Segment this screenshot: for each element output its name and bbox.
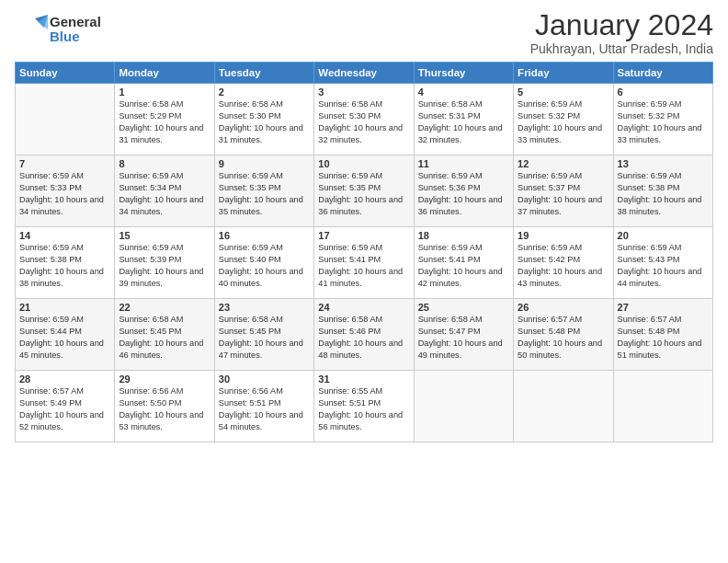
day-info: Sunrise: 6:59 AMSunset: 5:41 PMDaylight:… [318, 243, 403, 288]
col-header-monday: Monday [115, 63, 214, 84]
header-row: SundayMondayTuesdayWednesdayThursdayFrid… [16, 63, 713, 84]
day-number: 25 [418, 302, 509, 313]
day-cell [613, 371, 712, 442]
day-info: Sunrise: 6:58 AMSunset: 5:45 PMDaylight:… [119, 315, 203, 360]
day-info: Sunrise: 6:59 AMSunset: 5:32 PMDaylight:… [618, 99, 702, 144]
day-number: 27 [618, 302, 709, 313]
day-cell: 19 Sunrise: 6:59 AMSunset: 5:42 PMDaylig… [514, 227, 613, 299]
week-row-4: 21 Sunrise: 6:59 AMSunset: 5:44 PMDaylig… [16, 299, 713, 371]
day-number: 17 [318, 230, 409, 241]
day-cell: 29 Sunrise: 6:56 AMSunset: 5:50 PMDaylig… [115, 371, 214, 442]
day-cell: 12 Sunrise: 6:59 AMSunset: 5:37 PMDaylig… [514, 155, 613, 227]
day-number: 19 [518, 230, 609, 241]
day-cell: 30 Sunrise: 6:56 AMSunset: 5:51 PMDaylig… [214, 371, 313, 442]
day-info: Sunrise: 6:58 AMSunset: 5:45 PMDaylight:… [219, 315, 303, 360]
day-number: 2 [219, 86, 310, 98]
day-cell: 17 Sunrise: 6:59 AMSunset: 5:41 PMDaylig… [314, 227, 414, 299]
day-info: Sunrise: 6:55 AMSunset: 5:51 PMDaylight:… [318, 386, 403, 431]
day-info: Sunrise: 6:58 AMSunset: 5:47 PMDaylight:… [418, 315, 503, 360]
day-cell: 9 Sunrise: 6:59 AMSunset: 5:35 PMDayligh… [214, 155, 313, 227]
day-info: Sunrise: 6:58 AMSunset: 5:30 PMDaylight:… [219, 99, 303, 144]
day-number: 15 [119, 230, 210, 241]
day-info: Sunrise: 6:59 AMSunset: 5:39 PMDaylight:… [119, 243, 203, 288]
day-cell: 23 Sunrise: 6:58 AMSunset: 5:45 PMDaylig… [214, 299, 313, 371]
day-number: 22 [119, 302, 210, 313]
day-info: Sunrise: 6:59 AMSunset: 5:35 PMDaylight:… [219, 171, 303, 216]
day-number: 8 [119, 158, 210, 169]
logo-blue: Blue [50, 29, 101, 45]
day-number: 4 [418, 86, 509, 98]
day-cell: 16 Sunrise: 6:59 AMSunset: 5:40 PMDaylig… [214, 227, 313, 299]
day-cell: 22 Sunrise: 6:58 AMSunset: 5:45 PMDaylig… [115, 299, 214, 371]
title-block: January 2024 Pukhrayan, Uttar Pradesh, I… [530, 9, 713, 56]
day-cell: 2 Sunrise: 6:58 AMSunset: 5:30 PMDayligh… [214, 84, 313, 155]
day-number: 9 [219, 158, 310, 169]
location: Pukhrayan, Uttar Pradesh, India [530, 41, 713, 56]
col-header-sunday: Sunday [16, 63, 115, 84]
day-cell: 18 Sunrise: 6:59 AMSunset: 5:41 PMDaylig… [414, 227, 513, 299]
calendar-table: SundayMondayTuesdayWednesdayThursdayFrid… [15, 62, 713, 442]
day-number: 14 [19, 230, 110, 241]
day-number: 21 [19, 302, 110, 313]
day-number: 29 [119, 373, 210, 385]
day-cell: 31 Sunrise: 6:55 AMSunset: 5:51 PMDaylig… [314, 371, 414, 442]
day-cell: 13 Sunrise: 6:59 AMSunset: 5:38 PMDaylig… [613, 155, 712, 227]
day-number: 18 [418, 230, 509, 241]
day-number: 10 [318, 158, 409, 169]
day-cell: 8 Sunrise: 6:59 AMSunset: 5:34 PMDayligh… [115, 155, 214, 227]
day-info: Sunrise: 6:59 AMSunset: 5:44 PMDaylight:… [19, 315, 104, 360]
day-info: Sunrise: 6:58 AMSunset: 5:29 PMDaylight:… [119, 99, 203, 144]
day-number: 5 [518, 86, 609, 98]
week-row-5: 28 Sunrise: 6:57 AMSunset: 5:49 PMDaylig… [16, 371, 713, 442]
day-number: 13 [618, 158, 709, 169]
day-info: Sunrise: 6:56 AMSunset: 5:51 PMDaylight:… [219, 386, 303, 431]
day-info: Sunrise: 6:59 AMSunset: 5:43 PMDaylight:… [618, 243, 702, 288]
day-number: 26 [518, 302, 609, 313]
logo: General Blue [15, 13, 101, 46]
col-header-tuesday: Tuesday [214, 63, 313, 84]
day-info: Sunrise: 6:56 AMSunset: 5:50 PMDaylight:… [119, 386, 203, 431]
day-cell [16, 84, 115, 155]
week-row-2: 7 Sunrise: 6:59 AMSunset: 5:33 PMDayligh… [16, 155, 713, 227]
day-cell: 28 Sunrise: 6:57 AMSunset: 5:49 PMDaylig… [16, 371, 115, 442]
day-info: Sunrise: 6:59 AMSunset: 5:40 PMDaylight:… [219, 243, 303, 288]
day-cell: 24 Sunrise: 6:58 AMSunset: 5:46 PMDaylig… [314, 299, 414, 371]
day-number: 23 [219, 302, 310, 313]
day-cell: 15 Sunrise: 6:59 AMSunset: 5:39 PMDaylig… [115, 227, 214, 299]
day-number: 12 [518, 158, 609, 169]
col-header-saturday: Saturday [613, 63, 712, 84]
day-info: Sunrise: 6:58 AMSunset: 5:30 PMDaylight:… [318, 99, 403, 144]
day-cell: 4 Sunrise: 6:58 AMSunset: 5:31 PMDayligh… [414, 84, 513, 155]
day-number: 3 [318, 86, 409, 98]
day-info: Sunrise: 6:59 AMSunset: 5:36 PMDaylight:… [418, 171, 503, 216]
day-cell: 11 Sunrise: 6:59 AMSunset: 5:36 PMDaylig… [414, 155, 513, 227]
day-number: 24 [318, 302, 409, 313]
day-cell: 10 Sunrise: 6:59 AMSunset: 5:35 PMDaylig… [314, 155, 414, 227]
col-header-wednesday: Wednesday [314, 63, 414, 84]
day-cell: 5 Sunrise: 6:59 AMSunset: 5:32 PMDayligh… [514, 84, 613, 155]
day-cell: 14 Sunrise: 6:59 AMSunset: 5:38 PMDaylig… [16, 227, 115, 299]
day-info: Sunrise: 6:59 AMSunset: 5:32 PMDaylight:… [518, 99, 602, 144]
logo-svg [15, 13, 48, 46]
day-info: Sunrise: 6:59 AMSunset: 5:33 PMDaylight:… [19, 171, 104, 216]
day-number: 16 [219, 230, 310, 241]
day-cell: 21 Sunrise: 6:59 AMSunset: 5:44 PMDaylig… [16, 299, 115, 371]
week-row-3: 14 Sunrise: 6:59 AMSunset: 5:38 PMDaylig… [16, 227, 713, 299]
day-number: 11 [418, 158, 509, 169]
day-info: Sunrise: 6:59 AMSunset: 5:42 PMDaylight:… [518, 243, 602, 288]
day-cell: 27 Sunrise: 6:57 AMSunset: 5:48 PMDaylig… [613, 299, 712, 371]
day-number: 7 [19, 158, 110, 169]
day-number: 6 [618, 86, 709, 98]
day-info: Sunrise: 6:59 AMSunset: 5:38 PMDaylight:… [618, 171, 702, 216]
page: General Blue January 2024 Pukhrayan, Utt… [0, 0, 728, 452]
header: General Blue January 2024 Pukhrayan, Utt… [15, 9, 713, 56]
day-number: 20 [618, 230, 709, 241]
day-info: Sunrise: 6:57 AMSunset: 5:48 PMDaylight:… [618, 315, 702, 360]
logo-general: General [50, 15, 101, 30]
day-cell [514, 371, 613, 442]
day-cell: 6 Sunrise: 6:59 AMSunset: 5:32 PMDayligh… [613, 84, 712, 155]
col-header-friday: Friday [514, 63, 613, 84]
day-info: Sunrise: 6:59 AMSunset: 5:34 PMDaylight:… [119, 171, 203, 216]
day-cell: 26 Sunrise: 6:57 AMSunset: 5:48 PMDaylig… [514, 299, 613, 371]
day-cell [414, 371, 513, 442]
